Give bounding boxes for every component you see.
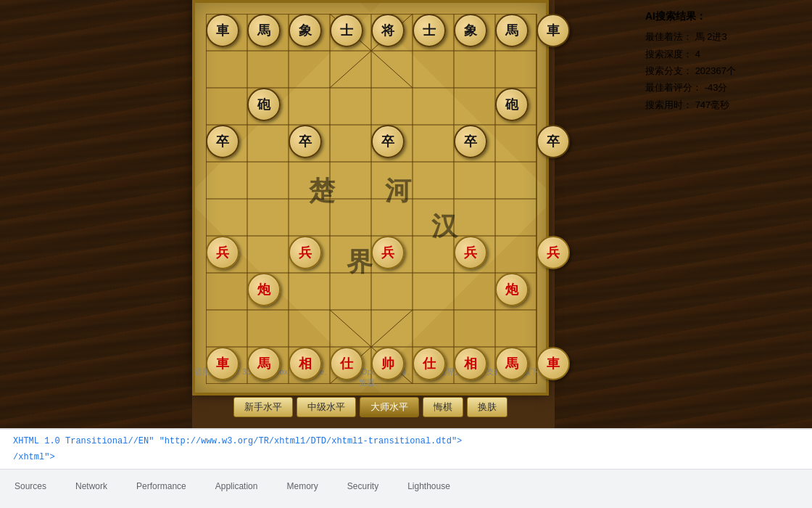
ai-best-score: 最佳着评分： -43分: [645, 79, 805, 96]
chess-piece[interactable]: 馬: [495, 14, 529, 47]
intermediate-button[interactable]: 中级水平: [297, 397, 356, 417]
chess-piece[interactable]: 兵: [371, 236, 405, 269]
game-area: AI搜索结果： 最佳着法： 馬 2进3 搜索深度： 4 搜索分支： 202367…: [0, 0, 812, 428]
chess-piece[interactable]: 象: [454, 14, 487, 47]
chess-piece[interactable]: 卒: [289, 125, 322, 158]
board-grid: [206, 14, 539, 384]
console-output: XHTML 1.0 Transitional//EN" "http://www.…: [0, 429, 812, 469]
master-button[interactable]: 大师水平: [360, 397, 419, 417]
ai-results-title: AI搜索结果：: [645, 7, 805, 25]
chess-piece[interactable]: 卒: [206, 125, 239, 158]
browser-info: 适用浏览器：360、Firefox、Chrome、Safari、Opera、傲游…: [192, 366, 549, 388]
tab-lighthouse[interactable]: Lighthouse: [393, 470, 465, 501]
tab-performance[interactable]: Performance: [122, 470, 201, 501]
chess-piece[interactable]: 車: [206, 347, 239, 380]
undo-button[interactable]: 悔棋: [423, 397, 463, 417]
chess-piece[interactable]: 卒: [454, 125, 487, 158]
chess-piece[interactable]: 砲: [495, 88, 529, 121]
chess-piece[interactable]: 兵: [206, 236, 239, 269]
chess-piece[interactable]: 馬: [495, 347, 529, 380]
chess-piece[interactable]: 馬: [247, 347, 281, 380]
chess-piece[interactable]: 相: [454, 347, 487, 380]
chess-piece[interactable]: 将: [371, 14, 405, 47]
tab-memory[interactable]: Memory: [272, 470, 332, 501]
chess-piece[interactable]: 卒: [371, 125, 405, 158]
devtools-tabs: Sources Network Performance Application …: [0, 469, 812, 501]
chess-piece[interactable]: 士: [413, 14, 446, 47]
ai-results-panel: AI搜索结果： 最佳着法： 馬 2进3 搜索深度： 4 搜索分支： 202367…: [645, 7, 805, 113]
tab-network[interactable]: Network: [61, 470, 122, 501]
chess-piece[interactable]: 炮: [247, 273, 281, 306]
right-wood-panel: AI搜索结果： 最佳着法： 馬 2进3 搜索深度： 4 搜索分支： 202367…: [555, 0, 812, 428]
tab-security[interactable]: Security: [333, 470, 393, 501]
ai-search-time: 搜索用时： 747毫秒: [645, 97, 805, 113]
devtools-bar: XHTML 1.0 Transitional//EN" "http://www.…: [0, 428, 812, 508]
console-line-2: /xhtml">: [6, 449, 806, 465]
chess-piece[interactable]: 士: [330, 14, 363, 47]
chess-piece[interactable]: 卒: [536, 125, 570, 158]
left-wood-panel: [0, 0, 192, 428]
ai-search-depth: 搜索深度： 4: [645, 46, 805, 62]
tab-application[interactable]: Application: [201, 470, 273, 501]
console-line-1: XHTML 1.0 Transitional//EN" "http://www.…: [6, 433, 806, 449]
chess-piece[interactable]: 兵: [536, 236, 570, 269]
tab-sources[interactable]: Sources: [0, 470, 61, 501]
chess-piece[interactable]: 帅: [371, 347, 405, 380]
chess-piece[interactable]: 兵: [454, 236, 487, 269]
skin-button[interactable]: 换肤: [467, 397, 508, 417]
chess-piece[interactable]: 兵: [289, 236, 322, 269]
chess-piece[interactable]: 象: [289, 14, 322, 47]
game-controls: 新手水平 中级水平 大师水平 悔棋 换肤: [192, 397, 549, 417]
ai-search-count: 搜索分支： 202367个: [645, 62, 805, 79]
chess-piece[interactable]: 車: [536, 14, 570, 47]
chess-piece[interactable]: 相: [289, 347, 322, 380]
chess-piece[interactable]: 馬: [247, 14, 281, 47]
chess-piece[interactable]: 仕: [330, 347, 363, 380]
chess-piece[interactable]: 車: [536, 347, 570, 380]
chess-piece[interactable]: 炮: [495, 273, 529, 306]
chess-piece[interactable]: 仕: [413, 347, 446, 380]
chess-piece[interactable]: 車: [206, 14, 239, 47]
beginner-button[interactable]: 新手水平: [233, 397, 293, 417]
chess-board[interactable]: 楚 河 汉 界 車馬象士将士象馬車砲砲卒卒卒卒卒兵兵兵兵兵炮炮車馬相仕帅仕相馬車: [192, 0, 549, 396]
ai-best-move: 最佳着法： 馬 2进3: [645, 28, 805, 45]
chess-piece[interactable]: 砲: [247, 88, 281, 121]
